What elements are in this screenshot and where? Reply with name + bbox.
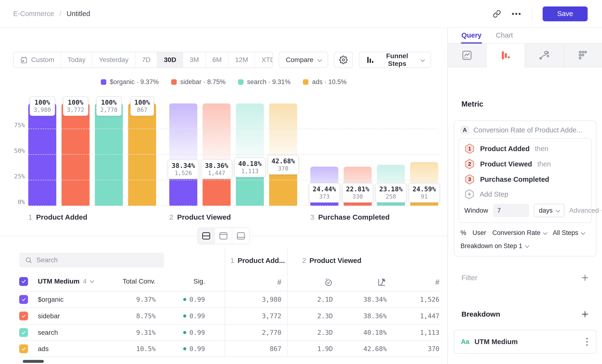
more-actions-button[interactable] bbox=[512, 12, 521, 15]
chart-type-retention[interactable] bbox=[564, 43, 602, 67]
sig-dot-icon bbox=[183, 314, 186, 318]
row-checkbox[interactable] bbox=[19, 311, 28, 321]
conversion-pct: 100% bbox=[67, 99, 84, 106]
chart-type-funnels[interactable] bbox=[487, 43, 525, 67]
metric-heading: Metric bbox=[462, 100, 602, 108]
row-checkbox[interactable] bbox=[19, 344, 28, 353]
total-conv-value: 8.75% bbox=[110, 312, 156, 320]
topbar-divider bbox=[532, 7, 532, 21]
table-step1-header[interactable]: 1 Product Add... bbox=[230, 257, 285, 265]
layout-toggle-chart-only[interactable] bbox=[215, 228, 232, 244]
step2-count: 1,113 bbox=[387, 329, 440, 336]
sig-number: 0.99 bbox=[189, 312, 205, 320]
conversion-pct: 100% bbox=[134, 99, 150, 106]
legend-item-organic[interactable]: $organic · 9.37% bbox=[101, 78, 159, 86]
funnel-bar-search-step3[interactable]: 23.18%258 bbox=[377, 103, 405, 206]
add-step-button[interactable]: Add Step bbox=[464, 187, 586, 201]
layout-toggle-split[interactable] bbox=[198, 228, 215, 244]
total-conv-column-header[interactable]: Total Conv. bbox=[110, 278, 156, 285]
gridline-25 bbox=[28, 180, 438, 180]
sig-column-header[interactable]: Sig. bbox=[156, 278, 205, 285]
query-step-2[interactable]: 2Product Viewedthen bbox=[464, 156, 586, 172]
funnel-bar-sidebar-step1[interactable]: 100%3,772 bbox=[62, 103, 90, 206]
date-range-3m[interactable]: 3M bbox=[183, 52, 206, 67]
funnel-bar-sidebar-step3[interactable]: 22.81%330 bbox=[344, 103, 372, 206]
date-range-custom[interactable]: Custom bbox=[14, 52, 61, 67]
step2-time: 2.1D bbox=[287, 296, 333, 303]
chart-type-flows[interactable] bbox=[525, 43, 564, 67]
chart-type-insights[interactable] bbox=[448, 43, 487, 67]
date-range-yesterday[interactable]: Yesterday bbox=[92, 52, 136, 67]
conversion-pct: 22.81% bbox=[346, 185, 369, 193]
horizontal-scrollbar-thumb[interactable] bbox=[23, 360, 44, 363]
save-button[interactable]: Save bbox=[543, 6, 588, 21]
funnel-bar-ads-step1[interactable]: 100%867 bbox=[128, 103, 156, 206]
chart-view-selector[interactable]: Funnel Steps bbox=[359, 52, 431, 68]
funnel-bar-organic-step3[interactable]: 24.44%373 bbox=[310, 103, 338, 206]
conversion-count: 1,526 bbox=[172, 170, 195, 176]
advanced-toggle[interactable]: Advanced bbox=[569, 207, 602, 214]
measurement-entity[interactable]: User bbox=[473, 229, 486, 236]
row-label: $organic bbox=[32, 296, 110, 303]
add-breakdown-button[interactable] bbox=[581, 310, 589, 318]
breadcrumb-project[interactable]: E-Commerce bbox=[13, 10, 54, 18]
funnel-bar-ads-step3[interactable]: 24.59%91 bbox=[410, 103, 438, 206]
funnel-bar-sidebar-step2[interactable]: 38.36%1,447 bbox=[203, 103, 231, 206]
breadcrumb-report-title[interactable]: Untitled bbox=[66, 10, 90, 18]
search-input[interactable] bbox=[36, 256, 158, 264]
date-range-label: 3M bbox=[190, 56, 199, 64]
funnel-bar-search-step2[interactable]: 40.18%1,113 bbox=[236, 103, 264, 206]
row-checkbox[interactable] bbox=[19, 328, 28, 337]
date-range-today[interactable]: Today bbox=[61, 52, 92, 67]
query-step-1[interactable]: 1Product Addedthen bbox=[464, 141, 586, 156]
row-checkbox[interactable] bbox=[19, 295, 28, 304]
table-row-ads[interactable]: ads10.5%0.998671.9D42.68%370 bbox=[19, 341, 440, 357]
metric-label-row[interactable]: A Conversion Rate of Product Adde... bbox=[454, 121, 596, 138]
row-label: sidebar bbox=[32, 312, 110, 320]
date-range-12m[interactable]: 12M bbox=[229, 52, 255, 67]
share-link-button[interactable] bbox=[493, 10, 501, 18]
compare-button[interactable]: Compare bbox=[279, 52, 328, 68]
breakdown-group-header[interactable]: UTM Medium 4 bbox=[32, 278, 110, 285]
legend-item-ads[interactable]: ads · 10.5% bbox=[303, 78, 346, 86]
funnel-bar-organic-step2[interactable]: 38.34%1,526 bbox=[169, 103, 197, 206]
tab-chart[interactable]: Chart bbox=[496, 31, 513, 39]
table-row-organic[interactable]: $organic9.37%0.993,9802.1D38.34%1,526 bbox=[19, 291, 440, 308]
date-range-7d[interactable]: 7D bbox=[136, 52, 158, 67]
layout-toggle-table-only[interactable] bbox=[232, 228, 249, 244]
funnel-bar-organic-step1[interactable]: 100%3,980 bbox=[28, 103, 56, 206]
measurement-prefix[interactable]: % bbox=[461, 229, 466, 236]
tab-query[interactable]: Query bbox=[462, 31, 482, 39]
date-range-6m[interactable]: 6M bbox=[206, 52, 229, 67]
measurement-scope-select[interactable]: All Steps bbox=[553, 229, 584, 236]
add-filter-button[interactable] bbox=[581, 274, 589, 282]
kebab-menu-icon[interactable] bbox=[585, 336, 589, 347]
funnel-bar-search-step1[interactable]: 100%2,770 bbox=[95, 103, 123, 206]
legend-item-search[interactable]: search · 9.31% bbox=[238, 78, 291, 86]
window-value-input[interactable] bbox=[493, 204, 529, 217]
funnel-bar-callout: 100%3,772 bbox=[63, 96, 88, 116]
table-step2-header[interactable]: 2 Product Viewed bbox=[302, 257, 361, 265]
breakdown-item-utm-medium[interactable]: Aa UTM Medium bbox=[454, 330, 596, 354]
compare-label: Compare bbox=[286, 56, 313, 64]
funnel-bar-callout: 38.34%1,526 bbox=[168, 160, 199, 179]
retention-grid-icon bbox=[577, 50, 588, 61]
date-range-xtd[interactable]: XTD bbox=[255, 52, 273, 67]
step-number: 1 bbox=[230, 257, 234, 265]
funnel-bar-ads-step2[interactable]: 42.68%370 bbox=[269, 103, 297, 206]
legend-item-sidebar[interactable]: sidebar · 8.75% bbox=[171, 78, 226, 86]
table-row-search[interactable]: search9.31%0.992,7702.3D40.18%1,113 bbox=[19, 324, 440, 341]
breakdown-search[interactable] bbox=[19, 253, 164, 268]
select-all-checkbox[interactable] bbox=[19, 277, 28, 286]
report-content: CustomTodayYesterday7D30D3M6M12MXTD Comp… bbox=[0, 28, 447, 364]
measurement-metric-select[interactable]: Conversion Rate bbox=[492, 229, 547, 236]
breakdown-on-select[interactable]: Breakdown on Step 1 bbox=[454, 236, 596, 256]
query-step-name: Product Added bbox=[480, 145, 530, 153]
window-unit-select[interactable]: days bbox=[534, 204, 564, 217]
chart-settings-button[interactable] bbox=[334, 52, 353, 68]
date-range-30d[interactable]: 30D bbox=[157, 52, 183, 67]
funnel-step-group-2: 38.34%1,52638.36%1,44740.18%1,11342.68%3… bbox=[169, 103, 297, 206]
conversion-window-row: Window days Advanced bbox=[464, 204, 586, 217]
table-row-sidebar[interactable]: sidebar8.75%0.993,7722.3D38.36%1,447 bbox=[19, 308, 440, 324]
query-step-3[interactable]: 3Purchase Completed bbox=[464, 172, 586, 187]
